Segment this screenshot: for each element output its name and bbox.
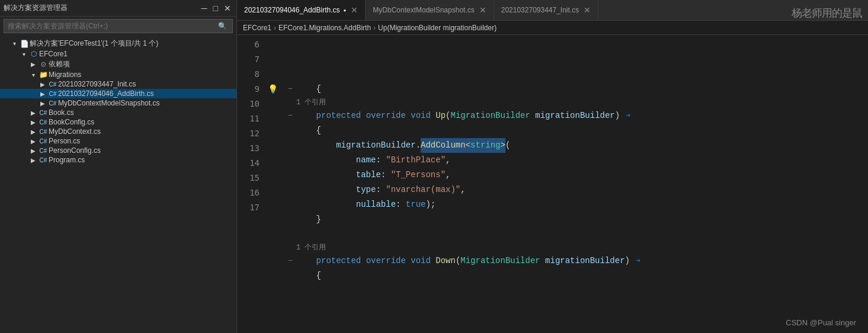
tab-addbirth[interactable]: 20210327094046_AddBirth.cs ● ✕ (237, 0, 366, 20)
expand-arrow[interactable]: ▾ (19, 51, 28, 57)
breadcrumb-namespace[interactable]: EFCore1.Migrations.AddBirth (278, 24, 371, 32)
code-line-8: { (284, 123, 868, 138)
pin-button[interactable]: ─ (200, 3, 209, 14)
code-line-10: name: "BirthPlace", (284, 153, 868, 168)
collapse-btn-16[interactable]: ─ (284, 254, 296, 268)
tab-snapshot[interactable]: MyDbContextModelSnapshot.cs ✕ (366, 0, 494, 20)
tree-item-bookconfig[interactable]: ▶ C# BookConfig.cs (0, 117, 236, 127)
tree-item-book[interactable]: ▶ C# Book.cs (0, 108, 236, 117)
gutter-14 (267, 156, 278, 171)
breadcrumb-bar: EFCore1 › EFCore1.Migrations.AddBirth › … (237, 21, 868, 35)
ref-count-7: 1 个引用 (284, 97, 868, 108)
editor-area: 20210327094046_AddBirth.cs ● ✕ MyDbConte… (237, 0, 868, 333)
tree-label-addbirth: 20210327094046_AddBirth.cs (58, 89, 153, 98)
line-num-11: 11 (239, 111, 260, 126)
code-line-14: } (284, 212, 868, 227)
tab-close-button[interactable]: ✕ (351, 5, 358, 15)
search-input[interactable] (8, 22, 216, 30)
sidebar-toolbar: ─ □ ✕ (200, 3, 233, 14)
kw-void: void (411, 108, 435, 123)
tab-addbirth-label: 20210327094046_AddBirth.cs (244, 6, 339, 14)
prop-nullable: nullable (296, 197, 396, 212)
tree-item-migrations[interactable]: ▾ 📁 Migrations (0, 70, 236, 79)
tab-close-button[interactable]: ✕ (584, 5, 591, 15)
tree-item-deps[interactable]: ▶ ⚙ 依赖项 (0, 59, 236, 70)
expand-arrow[interactable]: ▶ (28, 157, 38, 164)
cs-icon: C# (38, 129, 49, 135)
tab-snapshot-label: MyDbContextModelSnapshot.cs (373, 6, 474, 14)
code-line-17: { (284, 268, 868, 283)
tab-init-label: 20210327093447_Init.cs (501, 6, 579, 14)
kw-override: override (366, 108, 411, 123)
tree-item-personconfig[interactable]: ▶ C# PersonConfig.cs (0, 146, 236, 155)
code-content[interactable]: ─ { 1 个引用 ─ protected override void Up(M… (278, 35, 868, 333)
breadcrumb-project[interactable]: EFCore1 (243, 24, 271, 32)
line-num-14: 14 (239, 156, 260, 171)
sidebar: 解决方案资源管理器 ─ □ ✕ 🔍 ▾ 📄 解决方案'EFCoreTest1'(… (0, 0, 237, 333)
expand-arrow[interactable]: ▶ (28, 129, 38, 135)
tree-item-efcore1[interactable]: ▾ ⬡ EFCore1 (0, 49, 236, 59)
line-num-9: 9 (239, 82, 260, 97)
code-line-12: type: "nvarchar(max)", (284, 182, 868, 197)
collapse-btn-7[interactable]: ─ (284, 108, 296, 123)
chinese-watermark-top: 杨老师用的是鼠 (792, 6, 862, 20)
prop-table: table (296, 168, 381, 182)
line-num-12: 12 (239, 126, 260, 141)
string-tpersons: "T_Persons" (391, 168, 446, 182)
line-num-6: 6 (239, 37, 260, 52)
code-editor: 6 7 8 9 10 11 12 13 14 15 16 17 💡 (237, 35, 868, 333)
tree-item-mydbcontext[interactable]: ▶ C# MyDbContext.cs (0, 127, 236, 136)
tree-label-person: Person.cs (49, 137, 80, 145)
line-num-17: 17 (239, 200, 260, 215)
breadcrumb-sep1: › (274, 24, 276, 32)
lightbulb-icon[interactable]: 💡 (268, 84, 278, 94)
tab-close-button[interactable]: ✕ (479, 5, 486, 15)
tab-modified-dot: ● (343, 8, 346, 13)
close-button[interactable]: ✕ (222, 3, 233, 14)
search-icon: 🔍 (216, 21, 229, 31)
breadcrumb-method[interactable]: Up(MigrationBuilder migrationBuilder) (378, 24, 497, 32)
gutter-6 (267, 37, 278, 52)
ref-count-16: 1 个引用 (284, 242, 868, 254)
prop-name: name (296, 153, 376, 168)
tree-item-program[interactable]: ▶ C# Program.cs (0, 155, 236, 165)
expand-arrow[interactable]: ▶ (28, 148, 38, 154)
tree-label-mydbcontext: MyDbContext.cs (49, 127, 101, 136)
gutter-7 (267, 52, 278, 67)
tree-item-addbirth[interactable]: ▶ C# 20210327094046_AddBirth.cs (0, 89, 236, 98)
tab-init[interactable]: 20210327093447_Init.cs ✕ (494, 0, 598, 20)
gutter-8 (267, 67, 278, 82)
tree-item-snapshot[interactable]: ▶ C# MyDbContextModelSnapshot.cs (0, 98, 236, 108)
code-line-7: ─ protected override void Up(MigrationBu… (284, 108, 868, 123)
expand-arrow[interactable]: ▾ (9, 40, 19, 47)
tree-label-solution: 解决方案'EFCoreTest1'(1 个项目/共 1 个) (30, 39, 158, 49)
tree-item-solution[interactable]: ▾ 📄 解决方案'EFCoreTest1'(1 个项目/共 1 个) (0, 38, 236, 49)
gutter-9: 💡 (267, 82, 278, 97)
search-bar[interactable]: 🔍 (4, 19, 233, 33)
breadcrumb-sep2: › (373, 24, 376, 32)
expand-arrow[interactable]: ▾ (28, 72, 38, 78)
expand-arrow[interactable]: ▶ (28, 110, 38, 116)
expand-arrow[interactable]: ▶ (38, 91, 47, 97)
cs-icon: C# (47, 81, 58, 88)
project-icon: ⬡ (28, 50, 39, 58)
method-down: Down (435, 254, 456, 268)
expand-arrow[interactable]: ▶ (28, 119, 38, 126)
cs-icon: C# (38, 110, 49, 116)
collapse-btn-6[interactable]: ─ (284, 82, 296, 97)
tree-item-person[interactable]: ▶ C# Person.cs (0, 136, 236, 146)
tree-item-init[interactable]: ▶ C# 20210327093447_Init.cs (0, 79, 236, 89)
kw-true: true (406, 197, 426, 212)
expand-arrow[interactable]: ▶ (28, 61, 38, 68)
sidebar-titlebar: 解决方案资源管理器 ─ □ ✕ (0, 0, 236, 17)
expand-arrow[interactable]: ▶ (38, 100, 47, 107)
expand-arrow[interactable]: ▶ (38, 81, 47, 88)
file-tree: ▾ 📄 解决方案'EFCoreTest1'(1 个项目/共 1 个) ▾ ⬡ E… (0, 36, 236, 333)
line-num-7: 7 (239, 52, 260, 67)
line-num-15: 15 (239, 171, 260, 185)
kw-void2: void (411, 254, 435, 268)
sidebar-title: 解决方案资源管理器 (4, 3, 68, 13)
expand-arrow[interactable]: ▶ (28, 138, 38, 145)
gutter-13 (267, 141, 278, 156)
maximize-button[interactable]: □ (212, 3, 220, 14)
